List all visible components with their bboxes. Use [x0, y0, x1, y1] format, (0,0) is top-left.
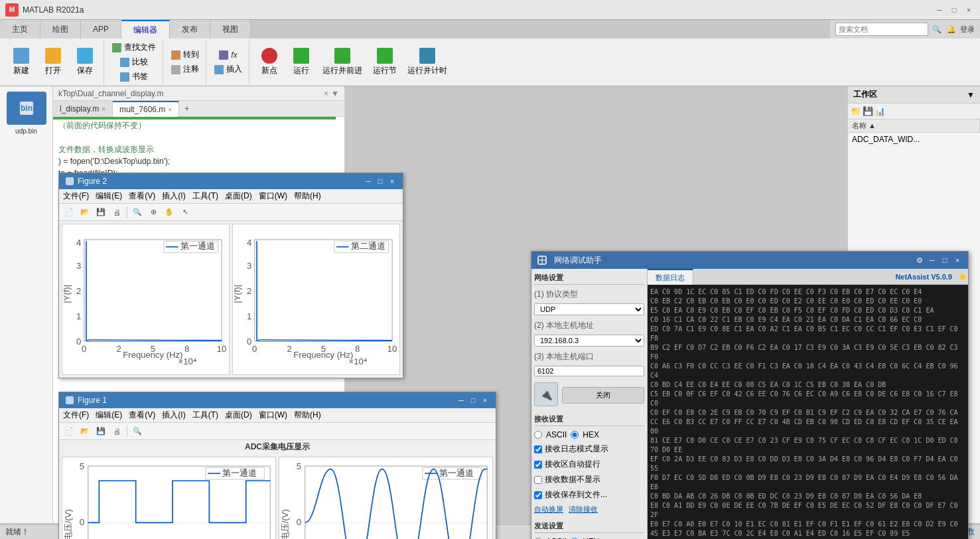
fig2-new-btn[interactable]: 📄: [62, 205, 76, 220]
fig2-menu-file[interactable]: 文件(F): [63, 191, 89, 202]
ribbon-run-advance-btn[interactable]: 运行并前进: [318, 46, 366, 78]
matlab-minimize-btn[interactable]: ─: [934, 4, 945, 16]
fig1-menu-edit[interactable]: 编辑(E): [96, 410, 122, 421]
editor-tab-add-btn[interactable]: +: [179, 101, 194, 117]
editor-tab-1[interactable]: l_display.m ×: [53, 101, 113, 117]
fig2-menu-insert[interactable]: 插入(I): [162, 191, 185, 202]
svg-text:4: 4: [76, 238, 81, 248]
fig1-save-btn[interactable]: 💾: [94, 424, 108, 439]
figure2-minimize-btn[interactable]: ─: [363, 176, 374, 187]
tab-view[interactable]: 视图: [210, 20, 251, 38]
ribbon-bookmark-btn[interactable]: 书签: [117, 70, 151, 84]
figure2-close-btn[interactable]: ×: [387, 176, 397, 187]
matlab-close-btn[interactable]: ×: [963, 4, 975, 16]
fig2-menu-tools[interactable]: 工具(T): [192, 191, 218, 202]
na-connect-icon-btn[interactable]: 🔌: [534, 382, 558, 406]
fig2-zoom-out-btn[interactable]: ⊕: [146, 205, 161, 220]
figure2-plots: 0 1 2 3 4 0 2 5 8 10 Frequency (Hz) ×10⁴…: [59, 221, 403, 378]
matlab-maximize-btn[interactable]: □: [948, 4, 960, 16]
ribbon-find-btn[interactable]: 查找文件: [109, 41, 159, 54]
fig2-menu-help[interactable]: 帮助(H): [294, 191, 321, 202]
ws-toolbar-btn-3[interactable]: 📊: [875, 106, 885, 116]
fig2-menu-edit[interactable]: 编辑(E): [96, 191, 122, 202]
figure1-maximize-btn[interactable]: □: [468, 395, 478, 406]
na-protocol-select[interactable]: UDP: [534, 303, 644, 315]
ribbon-comment-btn[interactable]: 注释: [169, 63, 202, 76]
ribbon-run-btn[interactable]: 运行: [287, 46, 316, 78]
ribbon-fx-btn[interactable]: fx: [216, 48, 240, 62]
ws-toolbar-btn-1[interactable]: 📁: [851, 106, 861, 116]
fig2-menu-window[interactable]: 窗口(W): [259, 191, 287, 202]
ribbon-new-btn[interactable]: 新建: [7, 46, 36, 78]
netassist-data-content[interactable]: EA C0 0D 1C EC C0 05 C1 ED C0 FD C0 EE C…: [648, 285, 968, 539]
na-data-log-tab[interactable]: 数据日志: [648, 269, 693, 285]
netassist-settings-btn[interactable]: ⚙: [914, 255, 925, 266]
svg-text:4: 4: [247, 238, 251, 248]
na-recv-log-checkbox[interactable]: [534, 445, 542, 453]
editor-tab-1-close[interactable]: ×: [102, 106, 105, 113]
netassist-minimize-btn[interactable]: ─: [927, 255, 938, 266]
fig1-menu-file[interactable]: 文件(F): [63, 410, 89, 421]
fig1-print-btn[interactable]: 🖨: [109, 424, 124, 439]
matlab-bell-icon[interactable]: 🔔: [945, 23, 957, 35]
tab-app[interactable]: APP: [81, 20, 121, 38]
editor-path-dropdown-btn[interactable]: ▼: [331, 89, 339, 98]
matlab-search-icon[interactable]: 🔍: [931, 23, 943, 35]
fig1-menu-desktop[interactable]: 桌面(D): [225, 410, 252, 421]
fig1-menu-view[interactable]: 查看(V): [129, 410, 155, 421]
workspace-item-1[interactable]: ADC_DATA_WID...: [848, 133, 980, 147]
figure2-maximize-btn[interactable]: □: [375, 176, 385, 187]
figure1-close-btn[interactable]: ×: [480, 395, 490, 406]
na-host-ip-select[interactable]: 192.168.0.3: [534, 335, 644, 346]
netassist-maximize-btn[interactable]: □: [940, 255, 950, 266]
tab-home[interactable]: 主页: [0, 20, 40, 38]
tab-plot[interactable]: 绘图: [40, 20, 81, 38]
na-recv-hex-radio[interactable]: [571, 431, 579, 439]
tab-editor[interactable]: 编辑器: [121, 20, 170, 38]
fig1-menu-insert[interactable]: 插入(I): [162, 410, 185, 421]
editor-path-close-btn[interactable]: ×: [324, 89, 328, 98]
na-host-port-input[interactable]: [534, 366, 644, 376]
fig1-menu-tools[interactable]: 工具(T): [192, 410, 218, 421]
svg-text:Frequency (Hz): Frequency (Hz): [123, 350, 182, 360]
ribbon-breakpoint-btn[interactable]: 新点: [255, 46, 284, 78]
editor-tab-2[interactable]: mult_7606.m ×: [113, 101, 179, 117]
ribbon-save-btn[interactable]: 保存: [70, 46, 100, 78]
ribbon-compare-btn[interactable]: 比较: [117, 56, 151, 69]
na-auto-newline-link[interactable]: 自动换屏: [534, 504, 563, 514]
fig2-menu-view[interactable]: 查看(V): [129, 191, 155, 202]
workspace-dropdown-btn[interactable]: ▼: [967, 90, 975, 100]
na-connect-btn[interactable]: 关闭: [562, 387, 644, 404]
matlab-search-input[interactable]: [835, 23, 928, 36]
na-recv-save-checkbox[interactable]: [534, 491, 542, 499]
fig2-pan-btn[interactable]: ✋: [162, 205, 176, 220]
fig2-print-btn[interactable]: 🖨: [109, 205, 124, 220]
netassist-close-btn[interactable]: ×: [952, 255, 963, 266]
matlab-login-btn[interactable]: 登录: [960, 25, 975, 35]
ribbon-run-time-btn[interactable]: 运行并计时: [403, 46, 451, 78]
ribbon-open-btn[interactable]: 打开: [38, 46, 68, 78]
fig1-open-btn[interactable]: 📂: [78, 424, 92, 439]
ribbon-goto-btn[interactable]: 转到: [169, 48, 202, 62]
figure1-minimize-btn[interactable]: ─: [456, 395, 466, 406]
fig2-save-btn[interactable]: 💾: [94, 205, 108, 220]
fig2-cursor-btn[interactable]: ↖: [178, 205, 192, 220]
na-recv-ascii-radio[interactable]: [534, 431, 542, 439]
na-recv-autoscroll-checkbox[interactable]: [534, 461, 542, 469]
fig2-open-btn[interactable]: 📂: [78, 205, 92, 220]
svg-text:5: 5: [80, 461, 84, 471]
fig1-new-btn[interactable]: 📄: [62, 424, 76, 439]
ws-toolbar-btn-2[interactable]: 💾: [863, 106, 873, 116]
na-clear-recv-link[interactable]: 清除接收: [569, 504, 598, 514]
editor-tab-2-close[interactable]: ×: [168, 106, 172, 114]
tab-publish[interactable]: 发布: [170, 20, 210, 38]
fig1-zoom-in-btn[interactable]: 🔍: [130, 424, 145, 439]
fig2-zoom-in-btn[interactable]: 🔍: [130, 205, 145, 220]
fig1-menu-help[interactable]: 帮助(H): [294, 410, 321, 421]
udp-bin-icon[interactable]: bin: [7, 92, 46, 125]
ribbon-run-section-btn[interactable]: 运行节: [369, 46, 401, 78]
fig2-menu-desktop[interactable]: 桌面(D): [225, 191, 252, 202]
ribbon-insert-btn[interactable]: 插入: [212, 63, 245, 76]
na-recv-nodisplay-checkbox[interactable]: [534, 476, 542, 484]
fig1-menu-window[interactable]: 窗口(W): [259, 410, 287, 421]
